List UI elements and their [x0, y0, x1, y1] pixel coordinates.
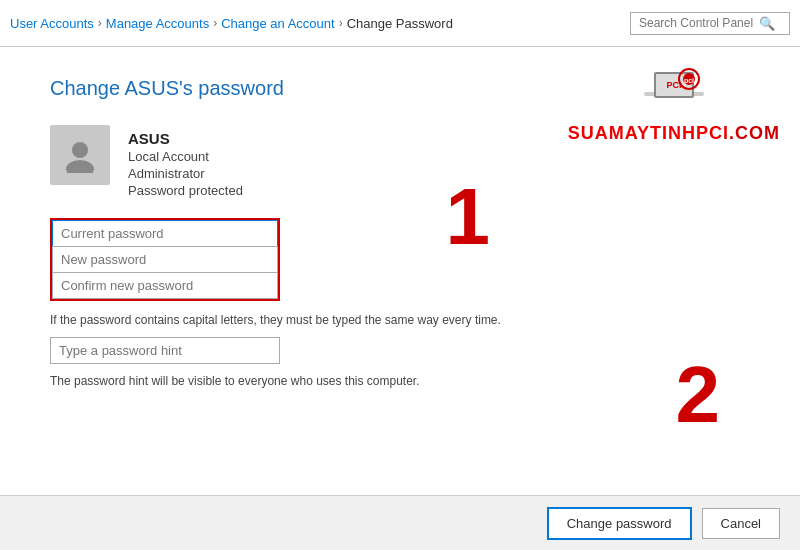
svg-text:pci: pci [684, 77, 694, 85]
form-area: If the password contains capital letters… [50, 218, 750, 398]
number-label-2: 2 [676, 355, 721, 435]
breadcrumb-current: Change Password [347, 16, 453, 31]
change-password-button[interactable]: Change password [547, 507, 692, 540]
logo-area: PCI pci SUAMAYTINHPCI.COM [568, 57, 780, 144]
user-details: ASUS Local Account Administrator Passwor… [128, 125, 243, 198]
current-password-input[interactable] [52, 220, 278, 246]
user-role: Administrator [128, 166, 243, 181]
breadcrumb: User Accounts › Manage Accounts › Change… [10, 16, 453, 31]
user-avatar [50, 125, 110, 185]
confirm-password-input[interactable] [52, 272, 278, 299]
search-box[interactable]: 🔍 [630, 12, 790, 35]
pci-logo: PCI pci [634, 57, 714, 117]
hint-input-wrap: The password hint will be visible to eve… [50, 337, 750, 398]
user-name: ASUS [128, 130, 243, 147]
user-icon [62, 137, 98, 173]
main-content: PCI pci SUAMAYTINHPCI.COM 1 Change ASUS'… [0, 47, 800, 495]
logo-text: SUAMAYTINHPCI.COM [568, 123, 780, 144]
number-label-1: 1 [446, 177, 491, 257]
breadcrumb-user-accounts[interactable]: User Accounts [10, 16, 94, 31]
capital-letters-hint: If the password contains capital letters… [50, 313, 550, 327]
hint-visible-note: The password hint will be visible to eve… [50, 374, 550, 388]
password-hint-input[interactable] [50, 337, 280, 364]
breadcrumb-manage-accounts[interactable]: Manage Accounts [106, 16, 209, 31]
search-input[interactable] [639, 16, 759, 30]
svg-point-8 [72, 142, 88, 158]
user-local-account: Local Account [128, 149, 243, 164]
breadcrumb-sep-1: › [98, 16, 102, 30]
topbar: User Accounts › Manage Accounts › Change… [0, 0, 800, 47]
svg-point-9 [66, 160, 94, 173]
new-password-input[interactable] [52, 246, 278, 272]
user-password-status: Password protected [128, 183, 243, 198]
password-fields-group [50, 218, 280, 301]
cancel-button[interactable]: Cancel [702, 508, 780, 539]
breadcrumb-sep-3: › [339, 16, 343, 30]
breadcrumb-sep-2: › [213, 16, 217, 30]
breadcrumb-change-account[interactable]: Change an Account [221, 16, 334, 31]
search-icon: 🔍 [759, 16, 775, 31]
bottom-bar: Change password Cancel [0, 495, 800, 550]
